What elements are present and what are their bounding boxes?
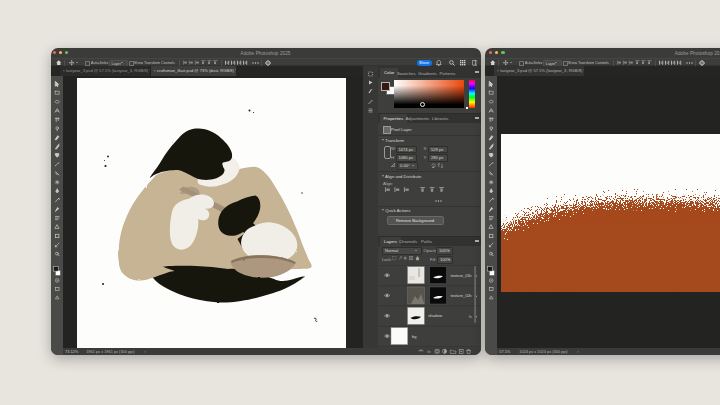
svg-text:fx: fx: [469, 274, 472, 278]
svg-text:shadow: shadow: [428, 313, 442, 318]
svg-text:texture_01: texture_01: [451, 273, 471, 278]
svg-text:fx: fx: [427, 349, 431, 354]
svg-text:texture_02: texture_02: [451, 293, 471, 298]
svg-text:bg: bg: [412, 334, 417, 339]
svg-text:fx: fx: [469, 294, 472, 298]
svg-text:fx: fx: [469, 315, 472, 319]
